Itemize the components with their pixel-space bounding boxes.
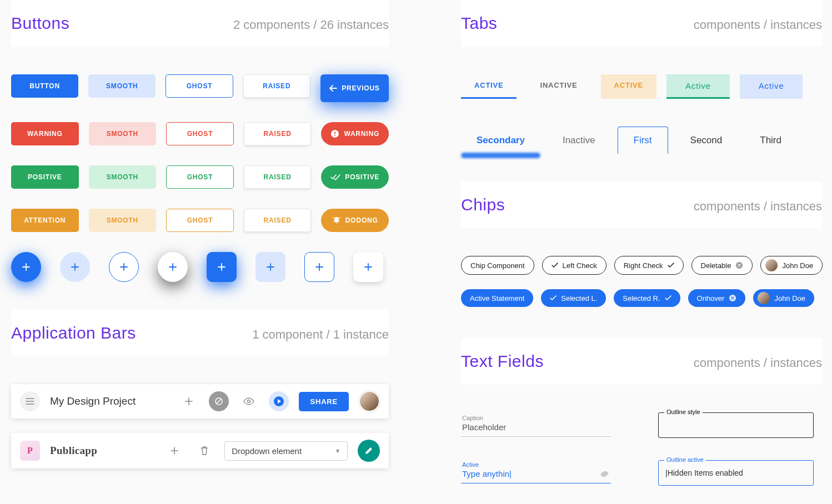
tab-third[interactable]: Third <box>744 127 797 154</box>
section-header-appbars: Application Bars 1 component / 1 instanc… <box>11 310 389 356</box>
visibility-button[interactable] <box>239 391 259 411</box>
chip-selected-left[interactable]: Selected L. <box>541 289 606 307</box>
button-primary-filled[interactable]: BUTTON <box>11 74 78 98</box>
app-logo: P <box>20 441 40 461</box>
icon-button-outline[interactable] <box>109 252 139 282</box>
button-primary-raised[interactable]: RAISED <box>243 74 310 98</box>
chip-label: Deletable <box>701 261 731 270</box>
menu-button[interactable] <box>20 391 40 411</box>
button-positive-smooth[interactable]: SMOOTH <box>89 165 157 189</box>
button-warning-smooth[interactable]: SMOOTH <box>89 122 157 145</box>
chip-left-check[interactable]: Left Check <box>542 256 607 275</box>
check-icon <box>665 295 671 301</box>
tab-teal-active[interactable]: Active <box>666 74 730 99</box>
button-attention-smooth[interactable]: SMOOTH <box>89 209 157 232</box>
tab-inactive[interactable]: INACTIVE <box>527 74 590 99</box>
trash-icon <box>201 446 208 455</box>
icon-button-square-outline[interactable] <box>304 252 334 282</box>
section-meta: 2 components / 26 instances <box>233 18 389 32</box>
check-icon <box>668 263 674 268</box>
button-label: POSITIVE <box>345 173 379 181</box>
chip-onhover[interactable]: Onhover <box>688 289 746 307</box>
icon-button-filled-glow[interactable] <box>11 252 41 282</box>
button-positive-ghost[interactable]: GHOST <box>166 165 234 189</box>
button-warning-raised[interactable]: RAISED <box>244 122 312 145</box>
button-attention-badge[interactable]: DODONG <box>321 209 389 232</box>
button-primary-smooth[interactable]: SMOOTH <box>88 74 156 98</box>
chip-label: Left Check <box>563 261 597 270</box>
avatar[interactable] <box>359 391 380 412</box>
section-meta: components / instances <box>694 18 822 32</box>
button-attention-ghost[interactable]: GHOST <box>166 209 234 232</box>
button-primary-ghost[interactable]: GHOST <box>166 74 233 98</box>
play-button[interactable] <box>269 391 289 411</box>
plus-icon <box>170 446 179 455</box>
tab-inactive[interactable]: Inactive <box>547 127 611 154</box>
tab-first[interactable]: First <box>618 127 668 154</box>
textfield-outline-active[interactable]: Outline active |Hidden Items enabled <box>658 460 814 486</box>
textfield-label: Active <box>462 461 610 468</box>
button-attention-raised[interactable]: RAISED <box>244 209 312 232</box>
alert-circle-icon <box>330 129 339 138</box>
edit-fab[interactable] <box>358 440 380 462</box>
dropdown-element[interactable]: Dropdown element ▼ <box>224 441 348 461</box>
tab-yellow-active[interactable]: ACTIVE <box>601 74 656 99</box>
button-positive-filled[interactable]: POSITIVE <box>11 165 79 189</box>
close-icon[interactable] <box>735 261 743 269</box>
button-positive-badge[interactable]: POSITIVE <box>321 165 389 189</box>
block-icon <box>214 397 223 406</box>
section-header-textfields: Text Fields components / instances <box>461 338 822 385</box>
bell-icon <box>332 216 341 225</box>
chip-avatar[interactable]: John Doe <box>760 256 823 275</box>
button-previous[interactable]: PREVIOUS <box>320 74 389 102</box>
add-button[interactable] <box>164 441 184 461</box>
avatar-icon <box>758 292 770 304</box>
menu-icon <box>26 398 34 405</box>
tab-lightblue-active[interactable]: Active <box>740 74 803 99</box>
button-warning-ghost[interactable]: GHOST <box>166 122 234 145</box>
chip-active-statement[interactable]: Active Statement <box>461 289 533 307</box>
add-button[interactable] <box>179 391 199 411</box>
close-icon[interactable] <box>729 294 736 302</box>
tab-active[interactable]: ACTIVE <box>461 74 517 99</box>
arrow-left-icon <box>329 85 337 92</box>
plus-icon <box>168 262 178 272</box>
tab-secondary[interactable]: Secondary <box>461 127 540 154</box>
chip-label: John Doe <box>782 261 813 270</box>
section-title: Tabs <box>461 14 497 33</box>
button-positive-raised[interactable]: RAISED <box>244 165 312 189</box>
button-label: PREVIOUS <box>342 84 379 92</box>
plus-icon <box>184 397 193 406</box>
block-button[interactable] <box>209 391 229 411</box>
icon-button-smooth[interactable] <box>60 252 90 282</box>
tab-second[interactable]: Second <box>675 127 738 154</box>
section-meta: components / instances <box>694 356 822 370</box>
share-button[interactable]: SHARE <box>299 392 349 411</box>
icon-button-square-raised[interactable] <box>353 252 383 282</box>
check-icon <box>552 263 558 268</box>
plus-icon <box>363 262 373 272</box>
svg-point-2 <box>334 135 335 136</box>
chip-deletable[interactable]: Deletable <box>691 256 753 275</box>
delete-button[interactable] <box>194 441 214 461</box>
textfield-active[interactable]: Active Type anythin| <box>461 459 611 483</box>
icon-button-raised[interactable] <box>158 252 188 282</box>
chip-component[interactable]: Chip Component <box>461 256 534 275</box>
plus-icon <box>314 262 324 272</box>
textfield-caption[interactable]: Caption Placeholder <box>461 412 611 437</box>
chip-selected-right[interactable]: Selected R. <box>614 289 680 307</box>
appbar-2: P Publicapp Dropdown element ▼ <box>11 433 389 468</box>
eraser-icon[interactable] <box>600 471 609 477</box>
chip-avatar-filled[interactable]: John Doe <box>753 289 814 307</box>
button-warning-filled[interactable]: WARNING <box>11 122 79 145</box>
chip-right-check[interactable]: Right Check <box>614 256 684 275</box>
icon-button-square-filled-glow[interactable] <box>207 252 237 282</box>
section-header-buttons: Buttons 2 components / 26 instances <box>11 0 389 47</box>
play-circle-icon <box>273 395 285 407</box>
plus-icon <box>119 262 129 272</box>
icon-button-square-smooth[interactable] <box>255 252 285 282</box>
textfield-outline[interactable]: Outline style <box>658 412 814 438</box>
plus-icon <box>21 262 31 272</box>
button-attention-filled[interactable]: ATTENTION <box>11 209 79 232</box>
button-warning-badge[interactable]: WARNING <box>321 122 389 145</box>
